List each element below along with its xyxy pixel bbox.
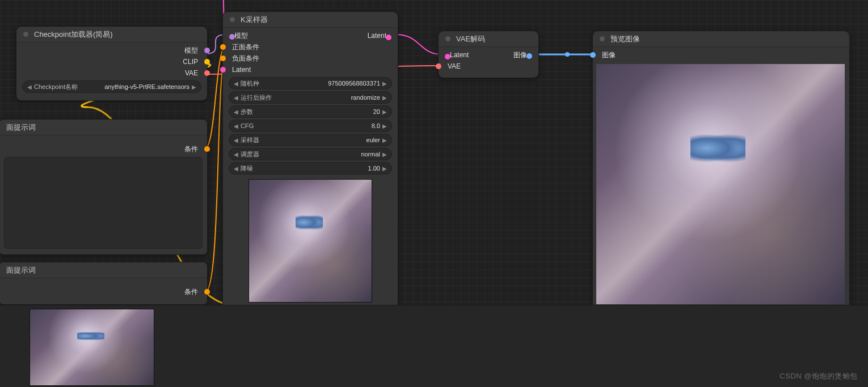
param-cfg[interactable]: ◀CFG8.0▶ (229, 120, 392, 132)
port-cond-out[interactable] (204, 146, 210, 152)
input-label: 模型 (234, 32, 248, 40)
output-label: CLIP (183, 58, 198, 66)
input-label: 图像 (602, 50, 616, 60)
param-sampler[interactable]: ◀采样器euler▶ (229, 134, 392, 146)
port-cond-out[interactable] (204, 289, 210, 295)
node-header[interactable]: Checkpoint加载器(简易) (16, 27, 207, 42)
node-header[interactable]: K采样器 (223, 12, 398, 28)
node-title: 预览图像 (610, 34, 640, 44)
port-latent-in[interactable] (220, 67, 226, 73)
param-steps[interactable]: ◀步数20▶ (229, 105, 392, 118)
node-title: 面提示词 (6, 265, 36, 275)
gallery-thumbnail[interactable] (30, 309, 154, 386)
collapse-dot-icon[interactable] (445, 36, 450, 41)
chevron-right-icon[interactable]: ▶ (382, 151, 387, 158)
node-header[interactable]: 预览图像 (593, 31, 849, 47)
port-latent-in[interactable] (445, 54, 450, 59)
port-positive-in[interactable] (220, 44, 226, 50)
ksampler-preview-image (248, 179, 372, 303)
port-negative-in[interactable] (220, 56, 226, 61)
output-label: 条件 (184, 287, 198, 297)
node-vae-decode[interactable]: VAE解码 Latent 图像 VAE (438, 31, 539, 78)
chevron-right-icon[interactable]: ▶ (382, 109, 387, 115)
collapse-dot-icon[interactable] (23, 32, 28, 37)
port-vae-out[interactable] (204, 70, 210, 76)
node-negative-prompt[interactable]: 面提示词 条件 (0, 262, 208, 305)
chevron-right-icon[interactable]: ▶ (382, 95, 387, 101)
output-label: VAE (185, 69, 198, 77)
param-denoise[interactable]: ◀降噪1.00▶ (229, 162, 392, 175)
chevron-right-icon[interactable]: ▶ (382, 123, 387, 129)
checkpoint-name-selector[interactable]: ◀ Checkpoint名称 anything-v5-PrtRE.safeten… (22, 80, 201, 93)
port-latent-out[interactable] (386, 35, 391, 40)
port-clip-out[interactable] (204, 59, 210, 65)
node-header[interactable]: 面提示词 (0, 120, 207, 135)
input-label: Latent (232, 66, 251, 74)
chevron-left-icon[interactable]: ◀ (234, 151, 238, 158)
param-seed[interactable]: ◀随机种975009568803371▶ (229, 77, 392, 90)
watermark-text: CSDN @饱饱的煲鲍包 (779, 371, 858, 381)
node-header[interactable]: VAE解码 (439, 31, 538, 47)
input-label: 负面条件 (232, 54, 259, 63)
node-preview-image[interactable]: 预览图像 图像 (592, 31, 850, 314)
input-label: VAE (448, 62, 461, 70)
chevron-right-icon[interactable]: ▶ (382, 80, 387, 87)
node-title: Checkpoint加载器(简易) (34, 29, 113, 40)
port-model-in[interactable] (229, 34, 235, 40)
output-label: 图像 (513, 51, 527, 59)
widget-value: anything-v5-PrtRE.safetensors (78, 83, 189, 90)
chevron-left-icon[interactable]: ◀ (234, 165, 238, 172)
collapse-dot-icon[interactable] (230, 17, 235, 22)
chevron-right-icon[interactable]: ▶ (382, 137, 387, 143)
port-vae-in[interactable] (436, 63, 441, 69)
chevron-right-icon[interactable]: ▶ (382, 165, 387, 172)
node-title: VAE解码 (456, 34, 485, 44)
param-scheduler[interactable]: ◀调度器normal▶ (229, 148, 392, 160)
input-label: 正面条件 (232, 42, 259, 52)
node-positive-prompt[interactable]: 面提示词 条件 (0, 119, 208, 255)
output-label: 模型 (184, 46, 198, 56)
param-after-generate[interactable]: ◀运行后操作randomize▶ (229, 91, 392, 104)
chevron-left-icon[interactable]: ◀ (27, 84, 32, 90)
port-image-in[interactable] (590, 52, 596, 58)
widget-label: Checkpoint名称 (34, 83, 78, 91)
chevron-left-icon[interactable]: ◀ (234, 80, 238, 87)
node-checkpoint-loader[interactable]: Checkpoint加载器(简易) 模型 CLIP VAE ◀ Checkpoi… (16, 26, 208, 101)
collapse-dot-icon[interactable] (600, 36, 605, 41)
port-model-out[interactable] (204, 48, 210, 53)
prompt-textarea[interactable] (4, 157, 203, 249)
preview-output-image[interactable] (596, 64, 845, 304)
svg-point-0 (565, 52, 570, 57)
chevron-left-icon[interactable]: ◀ (234, 109, 238, 115)
output-label: Latent (368, 32, 386, 40)
node-ksampler[interactable]: K采样器 模型 Latent 正面条件 负面条件 Latent ◀随机种9750… (222, 11, 398, 311)
chevron-left-icon[interactable]: ◀ (234, 95, 238, 101)
chevron-left-icon[interactable]: ◀ (234, 137, 238, 143)
node-header[interactable]: 面提示词 (0, 262, 207, 278)
chevron-left-icon[interactable]: ◀ (234, 123, 238, 129)
input-label: Latent (450, 51, 469, 59)
output-label: 条件 (184, 144, 198, 154)
node-title: 面提示词 (6, 122, 36, 133)
chevron-right-icon[interactable]: ▶ (192, 84, 196, 90)
port-image-out[interactable] (526, 53, 532, 59)
node-title: K采样器 (241, 15, 268, 25)
